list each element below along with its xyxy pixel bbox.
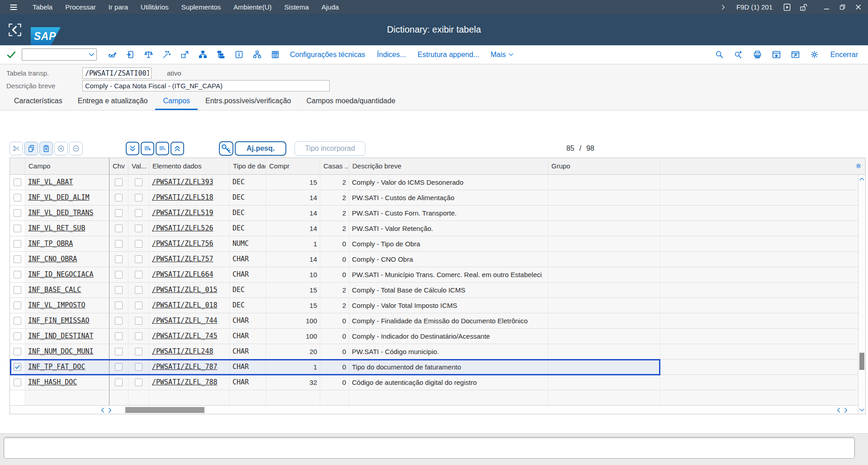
field-link[interactable]: INF_NUM_DOC_MUNI (28, 347, 94, 355)
activate-icon[interactable] (157, 48, 175, 62)
vscroll-up-icon[interactable] (859, 176, 865, 182)
table-settings-button[interactable] (852, 158, 865, 174)
row-select-checkbox[interactable] (14, 332, 21, 340)
hscroll-left2-icon[interactable] (835, 407, 842, 413)
key-checkbox[interactable] (115, 332, 123, 340)
key-checkbox[interactable] (115, 225, 123, 232)
gui-services-icon[interactable] (783, 3, 792, 12)
unlock-icon[interactable] (799, 3, 808, 12)
key-checkbox[interactable] (115, 209, 123, 217)
menu-item-sistema[interactable]: Sistema (278, 3, 315, 11)
vscroll-track[interactable] (859, 183, 865, 406)
row-select-checkbox[interactable] (14, 194, 21, 201)
command-input[interactable] (22, 49, 88, 60)
menu-item-ambiente-u[interactable]: Ambiente(U) (227, 3, 278, 11)
sorted-hierarchy-icon[interactable] (212, 48, 230, 62)
paste-icon[interactable] (39, 142, 53, 155)
runtime-object-icon[interactable] (175, 48, 194, 62)
command-dropdown-icon[interactable] (88, 51, 95, 58)
key-checkbox[interactable] (115, 271, 123, 278)
data-element-link[interactable]: /PWSATI/ZLFL_018 (152, 301, 218, 309)
menubar-overflow-icon[interactable] (720, 4, 726, 10)
row-select-checkbox[interactable] (14, 225, 21, 232)
enter-check-icon[interactable] (6, 50, 16, 60)
row-select-checkbox[interactable] (14, 286, 21, 294)
data-element-link[interactable]: /PWSATI/ZLFL_015 (152, 286, 218, 294)
hscroll-thumb[interactable] (125, 407, 204, 413)
data-element-link[interactable]: /PWSATI/ZLFL518 (152, 193, 213, 201)
row-select-checkbox[interactable] (14, 302, 21, 309)
data-element-link[interactable]: /PWSATI/ZLFL_787 (152, 363, 218, 371)
close-icon[interactable] (855, 4, 862, 10)
toolbar-link-indices[interactable]: Índices... (371, 51, 412, 59)
index-tree-icon[interactable] (248, 48, 266, 62)
initial-value-checkbox[interactable] (135, 194, 142, 201)
tab-campos[interactable]: Campos (155, 97, 198, 110)
field-link[interactable]: INF_VL_DED_ALIM (28, 193, 89, 201)
field-link[interactable]: INF_TP_FAT_DOC (28, 363, 85, 371)
data-element-link[interactable]: /PWSATI/ZLFL519 (152, 209, 213, 217)
key-checkbox[interactable] (115, 317, 123, 325)
data-element-link[interactable]: /PWSATI/ZLFL248 (152, 347, 213, 355)
initial-value-checkbox[interactable] (135, 379, 142, 386)
menu-item-suplementos[interactable]: Suplementos (175, 3, 228, 11)
restore-icon[interactable] (839, 4, 846, 10)
initial-value-checkbox[interactable] (135, 209, 142, 217)
initial-value-checkbox[interactable] (135, 286, 142, 294)
key-checkbox[interactable] (115, 194, 123, 201)
back-button[interactable] (5, 20, 24, 39)
field-link[interactable]: INF_VL_DED_TRANS (28, 209, 94, 217)
key-checkbox[interactable] (115, 178, 123, 186)
key-checkbox[interactable] (115, 240, 123, 248)
tab-entrs-possiveis-verificacao[interactable]: Entrs.possíveis/verificação (198, 97, 299, 110)
field-link[interactable]: INF_HASH_DOC (28, 378, 77, 386)
new-session-icon[interactable] (786, 48, 805, 62)
hamburger-icon[interactable] (9, 3, 18, 12)
field-link[interactable]: INF_FIN_EMISSAO (28, 316, 89, 325)
builtin-type-button[interactable]: Tipo incorporad (294, 141, 365, 156)
row-select-checkbox[interactable] (14, 317, 21, 325)
insert-row-icon[interactable] (141, 142, 154, 155)
remove-icon[interactable] (69, 142, 83, 155)
data-element-link[interactable]: /PWSATI/ZLFL_745 (152, 332, 218, 340)
print-icon[interactable] (748, 48, 767, 62)
add-icon[interactable] (54, 142, 68, 155)
tab-campos-moeda-quantidade[interactable]: Campos moeda/quantidade (299, 97, 403, 110)
horizontal-scrollbar[interactable] (10, 405, 865, 414)
menu-item-processar[interactable]: Processar (59, 3, 102, 11)
short-description-field[interactable] (82, 80, 330, 91)
row-select-checkbox[interactable] (14, 348, 21, 355)
toolbar-link-estrutura-append[interactable]: Estrutura append... (412, 51, 485, 59)
menu-item-tabela[interactable]: Tabela (26, 3, 59, 11)
field-link[interactable]: INF_ID_NEGOCIACA (28, 270, 94, 278)
db-table-icon[interactable] (266, 48, 284, 62)
field-link[interactable]: INF_VL_ABAT (28, 178, 73, 186)
menu-item-utilitarios[interactable]: Utilitários (134, 3, 175, 11)
key-checkbox[interactable] (115, 363, 123, 371)
initial-value-checkbox[interactable] (135, 363, 142, 371)
key-checkbox[interactable] (115, 286, 123, 294)
row-select-checkbox[interactable] (14, 240, 21, 248)
shortcut-icon[interactable] (767, 48, 786, 62)
search-help-button[interactable]: Aj.pesq. (235, 141, 286, 156)
key-checkbox[interactable] (115, 302, 123, 309)
initial-value-checkbox[interactable] (135, 332, 142, 340)
initial-value-checkbox[interactable] (135, 348, 142, 355)
key-checkbox[interactable] (115, 255, 123, 263)
hierarchy-icon[interactable] (194, 48, 212, 62)
toolbar-link-configuracoes-tecnicas[interactable]: Configurações técnicas (284, 51, 371, 59)
minimize-icon[interactable] (823, 4, 830, 10)
field-link[interactable]: INF_VL_RET_SUB (28, 224, 85, 232)
copy-icon[interactable] (24, 142, 38, 155)
key-icon[interactable] (219, 141, 233, 156)
data-element-link[interactable]: /PWSATI/ZLFL_788 (152, 378, 218, 386)
hscroll-left-icon[interactable] (100, 407, 106, 413)
data-element-link[interactable]: /PWSATI/ZLFL664 (152, 270, 213, 278)
tab-entrega-e-atualizacao[interactable]: Entrega e atualização (70, 97, 156, 110)
initial-value-checkbox[interactable] (135, 255, 142, 263)
key-checkbox[interactable] (115, 348, 123, 355)
row-select-checkbox[interactable] (14, 379, 21, 386)
table-name-field[interactable] (82, 67, 152, 79)
vscroll-thumb[interactable] (859, 353, 864, 370)
cut-icon[interactable] (9, 142, 23, 155)
